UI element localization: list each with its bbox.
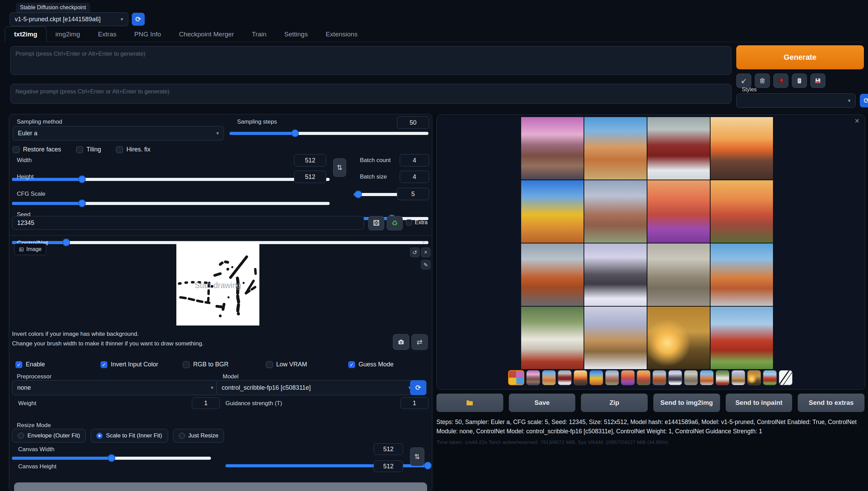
gallery-thumbnail-2[interactable] [526,370,540,385]
paste-params-button[interactable]: ↙ [736,73,751,88]
canvas-width-value[interactable]: 512 [374,443,403,455]
gallery-thumbnail-14[interactable] [716,370,729,385]
clear-prompt-button[interactable] [755,73,770,88]
sampling-steps-slider[interactable] [230,129,429,137]
tab-txt2img[interactable]: txt2img [5,26,47,42]
gallery-thumbnail-7[interactable] [605,370,619,385]
checkpoint-dropdown[interactable]: v1-5-pruned.ckpt [e1441589a6] ▾ [10,12,128,26]
gallery-image-15[interactable] [647,307,710,369]
mirror-webcam-button[interactable]: ⇄ [411,334,428,350]
swap-canvas-size-button[interactable]: ⇅ [410,447,424,466]
styles-dropdown[interactable]: ▾ [736,93,856,108]
gallery-thumbnail-16[interactable] [747,370,761,385]
controlnet-image-tab[interactable]: Image [14,243,46,255]
seed-input[interactable] [12,216,364,230]
width-value[interactable]: 512 [294,154,326,167]
resize-scale-to-fit-radio[interactable]: Scale to Fit (Inner Fit) [91,429,168,443]
gallery-thumbnail-1[interactable] [508,370,524,385]
resize-envelope-radio[interactable]: Envelope (Outer Fit) [12,429,86,443]
gallery-thumbnail-13[interactable] [700,370,714,385]
weight-slider[interactable] [12,454,211,462]
weight-value[interactable]: 1 [192,397,220,409]
gallery-image-4[interactable] [711,117,773,180]
gallery-thumbnail-12[interactable] [684,370,698,385]
height-slider[interactable] [12,199,330,207]
gallery-thumbnail-5[interactable] [574,370,587,385]
gallery-image-8[interactable] [711,180,773,243]
gallery-thumbnail-10[interactable] [653,370,666,385]
sampling-steps-value[interactable]: 50 [397,116,429,129]
height-value[interactable]: 512 [294,171,326,183]
resize-just-resize-radio[interactable]: Just Resize [173,429,224,443]
tab-png-info[interactable]: PNG Info [125,27,170,42]
tab-checkpoint-merger[interactable]: Checkpoint Merger [170,27,243,42]
gallery-image-2[interactable] [584,117,647,180]
generate-button[interactable]: Generate [736,45,864,69]
cfg-scale-value[interactable]: 5 [397,188,429,200]
reuse-seed-button[interactable]: ♻ [387,216,403,230]
controlnet-enable-checkbox[interactable]: ✓ Enable [15,361,45,368]
close-icon[interactable]: × [855,117,859,125]
checkpoint-refresh-button[interactable]: ⟳ [132,13,145,26]
hires-fix-checkbox[interactable]: ✓ Hires. fix [116,146,150,153]
invert-input-color-checkbox[interactable]: ✓ Invert Input Color [101,361,158,368]
restore-faces-checkbox[interactable]: ✓ Restore faces [13,146,61,153]
swap-width-height-button[interactable]: ⇅ [333,158,346,177]
send-to-img2img-button[interactable]: Send to img2img [653,393,720,412]
guidance-strength-value[interactable]: 1 [400,397,429,409]
gallery-thumbnail-8[interactable] [621,370,635,385]
low-vram-checkbox[interactable]: ✓ Low VRAM [266,361,307,368]
zip-button[interactable]: Zip [581,393,648,412]
gallery-image-1[interactable] [521,117,584,180]
gallery-image-9[interactable] [521,243,584,306]
save-style-button[interactable] [810,73,825,88]
model-dropdown[interactable]: control_scribble-fp16 [c508311e] ▾ [216,380,416,395]
canvas-clear-button[interactable]: × [421,248,431,257]
tab-extensions[interactable]: Extensions [317,27,366,42]
gallery-image-5[interactable] [521,180,584,243]
tiling-checkbox[interactable]: ✓ Tiling [76,146,101,153]
preprocessor-dropdown[interactable]: none ▾ [12,380,219,395]
gallery-image-7[interactable] [647,180,710,243]
gallery-image-3[interactable] [647,117,710,180]
controlnet-sketch-canvas[interactable]: Start drawing [176,242,259,326]
guess-mode-checkbox[interactable]: ✓ Guess Mode [348,361,394,368]
webcam-button[interactable] [393,334,409,350]
rgb-to-bgr-checkbox[interactable]: ✓ RGB to BGR [183,361,228,368]
save-button[interactable]: Save [509,393,576,412]
prompt-input[interactable] [10,46,731,75]
collapsed-section-bar[interactable] [14,482,427,491]
tab-img2img[interactable]: img2img [47,27,89,42]
apply-style-button[interactable] [792,73,807,88]
send-to-extras-button[interactable]: Send to extras [798,393,865,412]
gallery-image-12[interactable] [711,243,773,306]
gallery-thumbnail-6[interactable] [589,370,603,385]
gallery-image-11[interactable] [647,243,710,306]
gallery-thumbnail-11[interactable] [668,370,682,385]
batch-size-value[interactable]: 4 [400,171,429,183]
canvas-height-value[interactable]: 512 [374,460,403,472]
gallery-image-6[interactable] [584,180,647,243]
tab-settings[interactable]: Settings [275,27,317,42]
gallery-thumbnail-4[interactable] [558,370,572,385]
canvas-brush-button[interactable]: ✎ [421,260,431,270]
tab-extras[interactable]: Extras [89,27,125,42]
negative-prompt-input[interactable] [10,84,731,104]
gallery-image-13[interactable] [521,307,584,369]
open-folder-button[interactable] [436,393,503,412]
model-refresh-button[interactable]: ⟳ [410,380,426,395]
random-seed-button[interactable]: ⚄ [368,216,384,230]
gallery-thumbnail-18[interactable] [779,370,793,385]
sampling-method-dropdown[interactable]: Euler a ▾ [13,126,224,140]
send-to-inpaint-button[interactable]: Send to inpaint [726,393,793,412]
gallery-thumbnail-9[interactable] [637,370,650,385]
extra-networks-button[interactable] [773,73,788,88]
gallery-image-10[interactable] [584,243,647,306]
gallery-thumbnail-15[interactable] [731,370,745,385]
gallery-image-14[interactable] [584,307,647,369]
batch-count-value[interactable]: 4 [400,154,429,167]
styles-refresh-button[interactable]: ⟳ [860,94,868,107]
collapse-accordion-icon[interactable]: ▼ [421,239,426,245]
tab-train[interactable]: Train [243,27,275,42]
extra-seed-checkbox[interactable]: ✓ Extra [406,219,427,226]
